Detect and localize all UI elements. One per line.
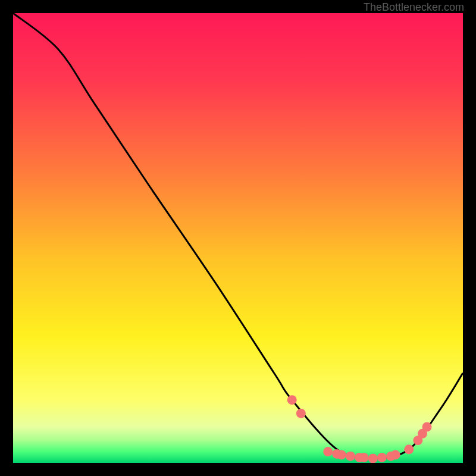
chart-container: TheBottlenecker.com — [0, 0, 476, 476]
curve-layer — [13, 13, 463, 463]
marker-dot — [296, 409, 306, 418]
chart-plot-area — [13, 13, 463, 463]
marker-dot — [422, 422, 432, 432]
marker-dot — [359, 453, 369, 462]
watermark-text: TheBottlenecker.com — [364, 1, 464, 14]
bottleneck-curve — [13, 13, 463, 458]
marker-dot — [323, 447, 333, 456]
marker-dot — [346, 452, 355, 461]
marker-dot — [337, 450, 346, 459]
marker-dot — [287, 395, 297, 405]
optimal-markers — [287, 395, 432, 463]
marker-dot — [368, 453, 378, 463]
marker-dot — [377, 453, 387, 462]
marker-dot — [404, 444, 414, 454]
marker-dot — [391, 450, 400, 459]
